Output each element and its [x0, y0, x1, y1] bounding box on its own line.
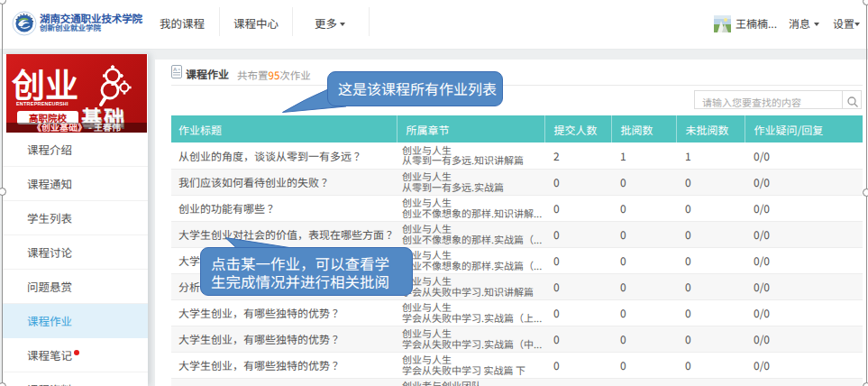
- svg-text:A: A: [173, 67, 178, 72]
